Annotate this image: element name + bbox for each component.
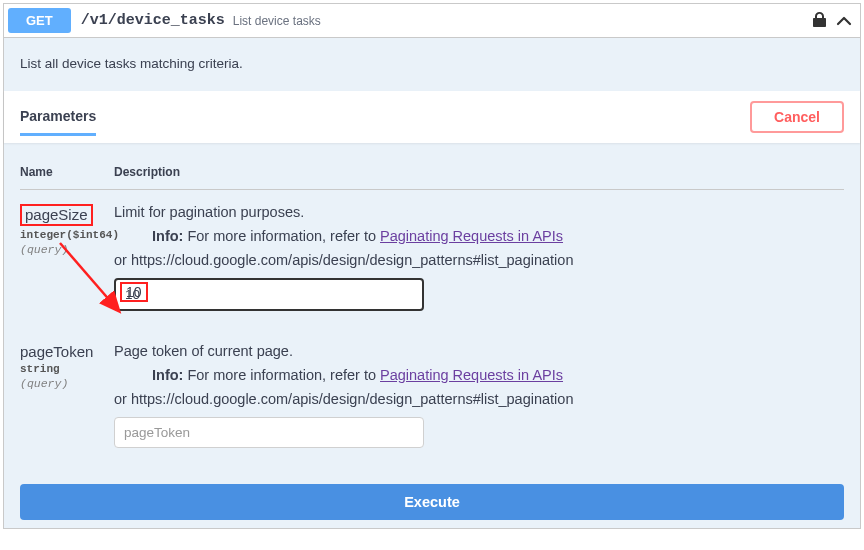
- pagetoken-input[interactable]: [114, 417, 424, 448]
- param-name-cell: pageToken string (query): [20, 343, 114, 448]
- operation-description: List all device tasks matching criteria.: [4, 38, 860, 91]
- doc-link[interactable]: Paginating Requests in APIs: [380, 228, 563, 244]
- table-row: pageToken string (query) Page token of c…: [20, 329, 844, 466]
- param-desc-cell: Limit for pagination purposes. Info: For…: [114, 204, 844, 311]
- parameters-table: Name Description pageSize integer($int64…: [4, 143, 860, 476]
- param-in: (query): [20, 243, 114, 256]
- param-type: integer($int64): [20, 229, 114, 241]
- param-name: pageToken: [20, 343, 114, 360]
- pagesize-input[interactable]: [114, 278, 424, 311]
- param-type: string: [20, 363, 114, 375]
- cancel-button[interactable]: Cancel: [750, 101, 844, 133]
- param-or-line: or https://cloud.google.com/apis/design/…: [114, 391, 844, 407]
- param-info: Info: For more information, refer to Pag…: [152, 228, 844, 244]
- param-description: Limit for pagination purposes.: [114, 204, 844, 220]
- table-header: Name Description: [20, 143, 844, 190]
- param-info: Info: For more information, refer to Pag…: [152, 367, 844, 383]
- param-desc-cell: Page token of current page. Info: For mo…: [114, 343, 844, 448]
- param-in: (query): [20, 377, 114, 390]
- parameters-tab[interactable]: Parameters: [20, 108, 96, 136]
- operation-header[interactable]: GET /v1/device_tasks List device tasks: [4, 4, 860, 38]
- param-or-line: or https://cloud.google.com/apis/design/…: [114, 252, 844, 268]
- table-row: pageSize integer($int64) (query) Limit f…: [20, 190, 844, 329]
- method-badge: GET: [8, 8, 71, 33]
- execute-button[interactable]: Execute: [20, 484, 844, 520]
- param-name-cell: pageSize integer($int64) (query): [20, 204, 114, 311]
- chevron-up-icon[interactable]: [836, 15, 852, 27]
- lock-icon[interactable]: [813, 12, 826, 30]
- param-description: Page token of current page.: [114, 343, 844, 359]
- api-operation-panel: GET /v1/device_tasks List device tasks L…: [3, 3, 861, 529]
- column-description: Description: [114, 165, 844, 179]
- column-name: Name: [20, 165, 114, 179]
- parameters-bar: Parameters Cancel: [4, 91, 860, 143]
- endpoint-summary: List device tasks: [233, 14, 321, 28]
- endpoint-path: /v1/device_tasks: [81, 12, 225, 29]
- param-name-highlight: pageSize: [20, 204, 93, 226]
- doc-link[interactable]: Paginating Requests in APIs: [380, 367, 563, 383]
